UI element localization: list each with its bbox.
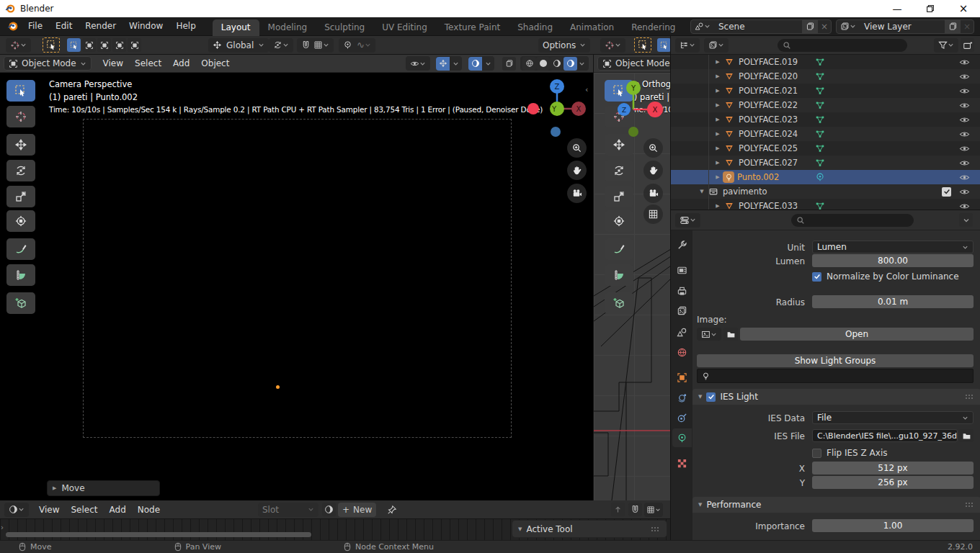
side-scale-tool[interactable]: [605, 186, 633, 207]
scene-browse-icon[interactable]: [691, 20, 714, 33]
active-tool-indicator[interactable]: [43, 37, 60, 53]
importance-field[interactable]: 1.00: [812, 519, 974, 532]
sidebar-collapse-arrow[interactable]: ‹: [585, 85, 588, 94]
workspace-tab[interactable]: UV Editing: [373, 19, 436, 36]
menu-item[interactable]: Render: [79, 17, 122, 35]
ies-file-browse-button[interactable]: [959, 429, 974, 442]
rotate-tool[interactable]: [6, 160, 35, 181]
ies-file-field[interactable]: C:\Blender\IES file\...gu10_927_36d.ies: [812, 429, 958, 442]
object-visibility-dropdown[interactable]: [406, 56, 430, 71]
proportional-edit-controls[interactable]: ∿: [339, 38, 375, 53]
node-editor-canvas[interactable]: › ▼ Active Tool: [0, 519, 670, 540]
side-ortho-toggle-nav-button[interactable]: [643, 204, 663, 224]
xray-toggle[interactable]: [502, 57, 516, 71]
outliner-row[interactable]: ▶ POLYFACE.022: [671, 98, 980, 112]
select-box-tool[interactable]: [6, 80, 35, 102]
select-mode-invert-button[interactable]: [112, 38, 126, 52]
outliner-row[interactable]: ▶ POLYFACE.025: [671, 141, 980, 156]
workspace-tab[interactable]: Modeling: [259, 19, 316, 36]
pivot-point-dropdown[interactable]: [269, 38, 293, 53]
tab-render[interactable]: [672, 261, 692, 279]
slot-dropdown[interactable]: Slot: [258, 503, 318, 517]
overlays-dropdown[interactable]: [468, 56, 494, 71]
eye-icon[interactable]: [959, 129, 970, 140]
tool-settings-editor-menu[interactable]: [6, 38, 31, 53]
menu-item[interactable]: File: [22, 17, 49, 35]
lumen-field[interactable]: 800.00: [812, 254, 974, 267]
properties-context-dropdown[interactable]: [675, 213, 700, 228]
outliner-row[interactable]: ▶ POLYFACE.021: [671, 84, 980, 98]
camera-view-nav-button[interactable]: [567, 184, 587, 203]
tab-view-layer[interactable]: [672, 301, 692, 320]
side-axis-gizmo[interactable]: Y Z X: [617, 76, 670, 140]
eye-icon[interactable]: [959, 100, 970, 111]
ies-light-panel-header[interactable]: ▼ IES Light: [692, 389, 980, 405]
flip-checkbox[interactable]: [812, 449, 821, 458]
side-transform-tool[interactable]: [605, 210, 633, 232]
blender-menu-icon[interactable]: [6, 20, 19, 32]
tab-constraints[interactable]: [672, 408, 692, 427]
side-rotate-tool[interactable]: [605, 160, 633, 181]
eye-icon[interactable]: [959, 57, 970, 68]
select-mode-extend-button[interactable]: [82, 38, 96, 52]
cursor-tool[interactable]: [6, 106, 35, 127]
gizmo-icon[interactable]: [436, 57, 450, 71]
side-mode-dropdown[interactable]: Object Mode: [597, 56, 670, 71]
view-layer-browse-icon[interactable]: [837, 20, 860, 33]
view-layer-remove-icon[interactable]: ×: [961, 22, 974, 32]
side-zoom-nav-button[interactable]: [643, 138, 663, 158]
side-pan-nav-button[interactable]: [643, 161, 663, 180]
light-groups-list[interactable]: [697, 369, 974, 383]
expand-arrow-icon[interactable]: ▶: [713, 160, 723, 166]
menu-item[interactable]: Help: [169, 17, 202, 35]
eye-icon[interactable]: [959, 186, 970, 197]
outliner-row[interactable]: ▶ POLYFACE.033: [671, 199, 980, 210]
workspace-tab[interactable]: Texture Paint: [436, 19, 509, 36]
new-collection-button[interactable]: [961, 38, 974, 52]
overlays-icon[interactable]: [468, 57, 482, 71]
outliner-row[interactable]: ▶ POLYFACE.027: [671, 156, 980, 170]
pan-nav-button[interactable]: [567, 161, 587, 180]
performance-panel-header[interactable]: ▼ Performance: [692, 497, 980, 513]
annotate-tool[interactable]: [6, 238, 35, 260]
axis-gizmo[interactable]: Z Y X: [522, 76, 591, 140]
expand-arrow-icon[interactable]: ▶: [713, 88, 723, 94]
gizmos-dropdown[interactable]: [436, 56, 462, 71]
new-material-button[interactable]: +New: [338, 503, 376, 517]
side-annotate-tool[interactable]: [605, 238, 633, 260]
x-field[interactable]: 512 px: [812, 462, 974, 475]
side-camera-view-nav-button[interactable]: [643, 184, 663, 203]
collapse-arrow-icon[interactable]: ▼: [697, 189, 707, 194]
restore-button[interactable]: [914, 0, 947, 17]
shading-rendered-button[interactable]: [564, 57, 577, 71]
outliner-row[interactable]: ▶ POLYFACE.019: [671, 55, 980, 69]
active-tool-panel[interactable]: ▼ Active Tool: [512, 520, 667, 538]
outliner-filter-id-dropdown[interactable]: [704, 38, 729, 53]
node-menu-item[interactable]: Node: [132, 505, 166, 515]
menu-item[interactable]: Edit: [49, 17, 79, 35]
select-mode-set-button[interactable]: [67, 38, 81, 52]
outliner-row[interactable]: ▶ POLYFACE.020: [671, 69, 980, 84]
outliner-row[interactable]: ▶ POLYFACE.024: [671, 127, 980, 141]
expand-arrow-icon[interactable]: ▶: [713, 117, 723, 122]
tab-texture[interactable]: [672, 454, 692, 472]
select-mode-subtract-button[interactable]: [97, 38, 111, 52]
transform-orientation-dropdown[interactable]: Global: [208, 38, 269, 53]
outliner-search-input[interactable]: [778, 39, 907, 52]
expand-arrow-icon[interactable]: ▶: [713, 203, 723, 209]
image-browse-dropdown[interactable]: [697, 328, 721, 341]
eye-icon[interactable]: [959, 143, 970, 154]
node-editor-type-dropdown[interactable]: [4, 503, 29, 517]
expand-arrow-icon[interactable]: ▶: [713, 145, 723, 151]
measure-tool[interactable]: [6, 264, 35, 286]
tab-object[interactable]: [672, 368, 692, 387]
shading-material-button[interactable]: [550, 57, 564, 71]
y-field[interactable]: 256 px: [812, 476, 974, 489]
minimize-button[interactable]: —: [881, 0, 914, 17]
eye-icon[interactable]: [959, 86, 970, 96]
eye-icon[interactable]: [959, 71, 970, 82]
tab-tool[interactable]: [672, 235, 692, 254]
select-mode-intersect-button[interactable]: [128, 38, 141, 52]
workspace-tab[interactable]: Sculpting: [316, 19, 373, 36]
transform-tool[interactable]: [6, 210, 35, 232]
